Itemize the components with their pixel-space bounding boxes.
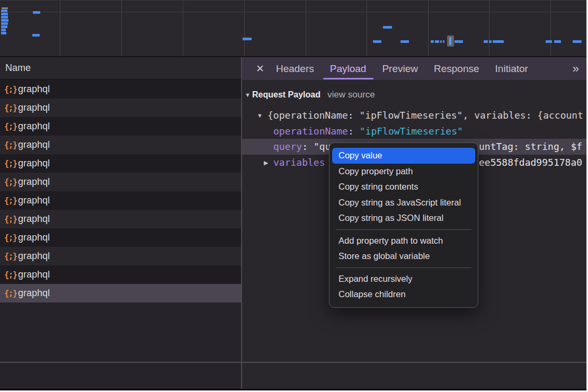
variables-value-fragment: ee5588fdad995178a0 <box>479 155 582 171</box>
view-source-link[interactable]: view source <box>327 87 375 103</box>
context-menu: Copy valueCopy property pathCopy string … <box>329 142 478 308</box>
list-bottom-divider <box>0 362 586 363</box>
payload-section-title: Request Payload <box>252 87 320 103</box>
json-icon: {;} <box>4 177 18 187</box>
json-icon: {;} <box>4 270 18 280</box>
request-timing-bar[interactable] <box>1 22 8 25</box>
requests-panel: Name {;}graphql{;}graphql{;}graphql{;}gr… <box>0 57 241 389</box>
request-timing-bar[interactable] <box>484 40 488 43</box>
tab-preview[interactable]: Preview <box>382 57 418 80</box>
close-icon[interactable]: ✕ <box>256 63 264 75</box>
context-menu-item-store-as-global-variable[interactable]: Store as global variable <box>329 248 478 264</box>
timeline-gridline <box>121 1 122 56</box>
request-name-label: graphql <box>18 176 50 188</box>
tab-headers[interactable]: Headers <box>276 57 314 80</box>
context-menu-item-copy-string-as-javascript-literal[interactable]: Copy string as JavaScript literal <box>329 195 478 211</box>
timeline-gridline <box>183 1 183 56</box>
timeline-gridline <box>60 1 60 56</box>
request-row[interactable]: {;}graphql <box>0 154 241 173</box>
network-overview-timeline[interactable] <box>0 1 586 57</box>
property-operationName[interactable]: operationName:"ipFlowTimeseries" <box>273 123 463 139</box>
context-menu-item-collapse-children[interactable]: Collapse children <box>329 287 478 302</box>
request-timing-bar[interactable] <box>546 40 552 43</box>
context-menu-item-copy-string-contents[interactable]: Copy string contents <box>329 179 478 195</box>
request-timing-bar[interactable] <box>431 40 434 43</box>
request-timing-bar[interactable] <box>554 40 561 43</box>
request-timing-bar[interactable] <box>449 37 451 45</box>
details-tabbar: ✕ HeadersPayloadPreviewResponseInitiator… <box>242 57 586 80</box>
request-timing-bar[interactable] <box>443 40 444 43</box>
request-timing-bar[interactable] <box>33 11 40 14</box>
request-row[interactable]: {;}graphql <box>0 210 241 228</box>
name-column-header[interactable]: Name <box>0 57 241 80</box>
request-timing-bar[interactable] <box>493 40 504 43</box>
timeline-gridline <box>244 1 245 56</box>
name-column-label: Name <box>5 63 31 74</box>
request-name-label: graphql <box>18 121 50 132</box>
expand-icon[interactable]: ▶ <box>264 155 268 171</box>
context-menu-item-copy-value[interactable]: Copy value <box>332 148 475 164</box>
json-icon: {;} <box>4 196 18 206</box>
timeline-gridline <box>550 1 551 56</box>
request-timing-bar[interactable] <box>440 40 442 43</box>
request-timing-bar[interactable] <box>1 16 8 19</box>
devtools-window: Name {;}graphql{;}graphql{;}graphql{;}gr… <box>0 0 586 390</box>
timeline-gridline <box>367 1 367 56</box>
request-timing-bar[interactable] <box>243 38 252 40</box>
request-row[interactable]: {;}graphql <box>0 99 241 117</box>
request-timing-bar[interactable] <box>383 26 392 29</box>
timeline-gridline <box>489 1 489 56</box>
request-row[interactable]: {;}graphql <box>0 228 241 247</box>
request-row[interactable]: {;}graphql <box>0 265 241 284</box>
request-name-label: graphql <box>18 102 50 113</box>
tab-initiator[interactable]: Initiator <box>495 57 528 80</box>
request-timing-bar[interactable] <box>1 32 6 34</box>
json-icon: {;} <box>4 233 18 243</box>
request-timing-bar[interactable] <box>373 40 381 43</box>
request-name-label: graphql <box>18 269 50 280</box>
request-timing-bar[interactable] <box>455 40 463 43</box>
request-row[interactable]: {;}graphql <box>0 284 241 302</box>
context-menu-item-copy-property-path[interactable]: Copy property path <box>329 164 478 180</box>
query-value-fragment: untTag: string, $f <box>479 139 582 155</box>
request-timing-bar[interactable] <box>1 29 6 31</box>
object-preview-text[interactable]: {operationName: "ipFlowTimeseries", vari… <box>268 108 583 123</box>
request-name-label: graphql <box>18 213 50 225</box>
json-icon: {;} <box>4 252 18 261</box>
collapse-icon[interactable]: ▼ <box>257 108 263 123</box>
tab-response[interactable]: Response <box>434 57 479 80</box>
request-row[interactable]: {;}graphql <box>0 191 241 210</box>
request-timing-bar[interactable] <box>1 13 8 15</box>
request-timing-bar[interactable] <box>573 40 582 43</box>
json-icon: {;} <box>4 289 18 298</box>
overflow-tabs-icon[interactable]: » <box>573 62 579 76</box>
context-menu-item-copy-string-as-json-literal[interactable]: Copy string as JSON literal <box>329 210 478 226</box>
window-bottom-edge <box>0 389 586 390</box>
json-icon: {;} <box>4 85 18 94</box>
request-timing-bar[interactable] <box>1 19 8 22</box>
timeline-gridline <box>306 1 306 56</box>
request-row[interactable]: {;}graphql <box>0 80 241 99</box>
request-row[interactable]: {;}graphql <box>0 136 241 154</box>
request-row[interactable]: {;}graphql <box>0 173 241 191</box>
request-name-label: graphql <box>18 288 50 299</box>
timeline-gridline <box>428 1 429 56</box>
menu-separator <box>336 268 471 268</box>
request-timing-bar[interactable] <box>2 7 8 9</box>
request-timing-bar[interactable] <box>435 40 439 43</box>
request-timing-bar[interactable] <box>400 40 409 43</box>
request-name-label: graphql <box>18 251 50 262</box>
collapse-icon[interactable]: ▼ <box>245 87 251 103</box>
json-icon: {;} <box>4 140 18 150</box>
request-row[interactable]: {;}graphql <box>0 247 241 265</box>
menu-separator <box>336 229 471 230</box>
context-menu-item-expand-recursively[interactable]: Expand recursively <box>329 271 478 287</box>
request-timing-bar[interactable] <box>1 10 7 12</box>
request-name-label: graphql <box>18 84 50 95</box>
request-timing-bar[interactable] <box>1 25 7 28</box>
request-timing-bar[interactable] <box>32 34 40 37</box>
context-menu-item-add-property-path-to-watch[interactable]: Add property path to watch <box>329 233 478 249</box>
tab-payload[interactable]: Payload <box>330 57 367 80</box>
request-timing-bar[interactable] <box>489 40 492 43</box>
request-row[interactable]: {;}graphql <box>0 117 241 136</box>
